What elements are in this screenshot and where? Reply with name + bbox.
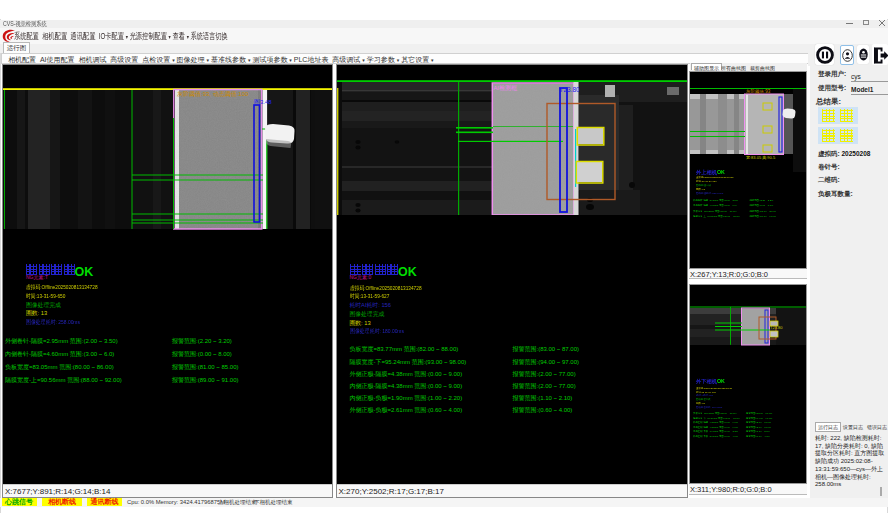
- svg-text:灰阶阈值:93: 灰阶阈值:93: [746, 88, 771, 95]
- svg-text:T23.80: T23.80: [770, 325, 783, 330]
- svg-text:宽:83.05 高:90.5: 宽:83.05 高:90.5: [746, 155, 776, 160]
